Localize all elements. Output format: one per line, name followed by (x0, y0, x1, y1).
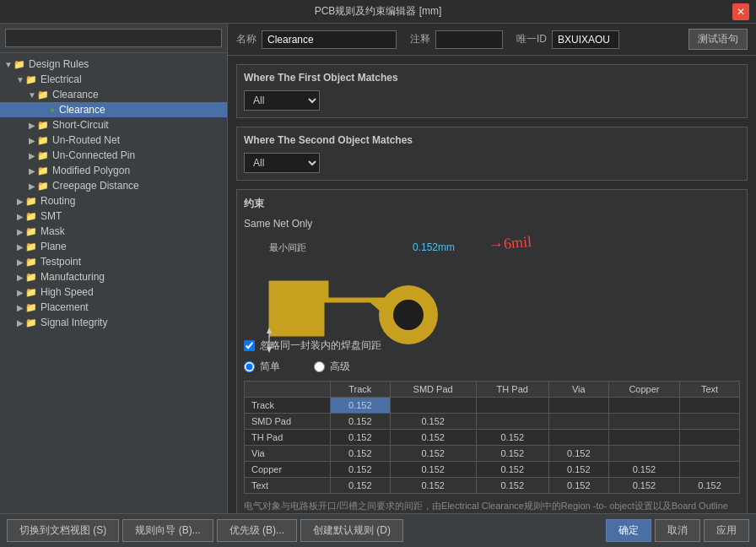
via-shape-svg (375, 281, 442, 349)
tree-item-mask[interactable]: ▶📁Mask (0, 224, 227, 239)
table-cell-0-0: Track (245, 398, 331, 414)
tree-arrow-electrical: ▼ (15, 75, 25, 84)
table-cell-2-4[interactable] (548, 430, 608, 446)
rule-name-input[interactable] (262, 30, 397, 49)
table-cell-5-5[interactable]: 0.152 (608, 478, 679, 494)
tree-arrow-routing: ▶ (15, 197, 25, 206)
clearance-table: TrackSMD PadTH PadViaCopperText Track0.1… (244, 381, 740, 494)
rule-header: 名称 注释 唯一ID 测试语句 (228, 24, 756, 56)
table-cell-2-2[interactable]: 0.152 (390, 430, 476, 446)
tree-item-modified-polygon[interactable]: ▶📁Modified Polygon (0, 163, 227, 178)
tree-item-electrical[interactable]: ▼📁Electrical (0, 72, 227, 87)
table-cell-1-2[interactable]: 0.152 (390, 414, 476, 430)
table-cell-1-5[interactable] (608, 414, 679, 430)
table-row-3: Via0.1520.1520.1520.152 (245, 446, 740, 462)
table-cell-3-0: Via (245, 446, 331, 462)
table-cell-1-6[interactable] (680, 414, 740, 430)
table-cell-4-6[interactable] (680, 462, 740, 478)
title-bar: PCB规则及约束编辑器 [mm] ✕ (0, 0, 756, 24)
table-cell-5-3[interactable]: 0.152 (476, 478, 548, 494)
tree-item-clearance-rule[interactable]: ✦Clearance (0, 102, 227, 117)
table-cell-5-1[interactable]: 0.152 (330, 478, 390, 494)
search-input[interactable] (5, 29, 222, 47)
tree-item-testpoint[interactable]: ▶📁Testpoint (0, 254, 227, 269)
tree-item-design-rules[interactable]: ▼📁Design Rules (0, 57, 227, 72)
table-cell-1-1[interactable]: 0.152 (330, 414, 390, 430)
table-cell-0-4[interactable] (548, 398, 608, 414)
radio-simple[interactable]: 简单 (244, 360, 280, 374)
doc-view-button[interactable]: 切换到文档视图 (S) (7, 519, 119, 542)
table-cell-2-6[interactable] (680, 430, 740, 446)
tree-label-un-routed-net: Un-Routed Net (52, 134, 120, 146)
table-cell-4-3[interactable]: 0.152 (476, 462, 548, 478)
id-input[interactable] (552, 30, 619, 49)
table-cell-3-3[interactable]: 0.152 (476, 446, 548, 462)
cancel-button[interactable]: 取消 (655, 519, 700, 542)
table-cell-3-5[interactable] (608, 446, 679, 462)
table-cell-4-2[interactable]: 0.152 (390, 462, 476, 478)
table-cell-1-4[interactable] (548, 414, 608, 430)
table-cell-3-1[interactable]: 0.152 (330, 446, 390, 462)
table-cell-3-4[interactable]: 0.152 (548, 446, 608, 462)
tree-item-un-routed-net[interactable]: ▶📁Un-Routed Net (0, 133, 227, 148)
tree-item-smt[interactable]: ▶📁SMT (0, 209, 227, 224)
ignore-checkbox[interactable] (244, 340, 255, 351)
table-cell-4-4[interactable]: 0.152 (548, 462, 608, 478)
tree-item-placement[interactable]: ▶📁Placement (0, 300, 227, 315)
tree-item-clearance-group[interactable]: ▼📁Clearance (0, 87, 227, 102)
radio-advanced[interactable]: 高级 (314, 360, 350, 374)
tree-label-creepage-distance: Creepage Distance (52, 180, 139, 192)
comment-input[interactable] (435, 30, 503, 49)
create-default-button[interactable]: 创建默认规则 (D) (300, 519, 403, 542)
name-label: 名称 (236, 32, 256, 46)
test-button[interactable]: 测试语句 (688, 29, 748, 50)
tree-label-clearance-rule: Clearance (59, 104, 105, 116)
tree-arrow-clearance-group: ▼ (27, 90, 37, 100)
table-cell-4-5[interactable]: 0.152 (608, 462, 679, 478)
close-button[interactable]: ✕ (732, 3, 749, 20)
table-cell-0-6[interactable] (680, 398, 740, 414)
table-cell-1-3[interactable] (476, 414, 548, 430)
tree-item-un-connected-pin[interactable]: ▶📁Un-Connected Pin (0, 148, 227, 163)
table-cell-5-2[interactable]: 0.152 (390, 478, 476, 494)
table-cell-5-4[interactable]: 0.152 (548, 478, 608, 494)
rule-wizard-button[interactable]: 规则向导 (B)... (122, 519, 213, 542)
table-cell-0-1[interactable]: 0.152 (330, 398, 390, 414)
table-cell-2-3[interactable]: 0.152 (476, 430, 548, 446)
table-header-4: Via (548, 382, 608, 398)
tree-arrow-placement: ▶ (15, 303, 25, 312)
tree-item-routing[interactable]: ▶📁Routing (0, 193, 227, 209)
tree-arrow-plane: ▶ (15, 242, 25, 252)
second-match-dropdown[interactable]: AllNetNet ClassLayerNet and Layer (244, 153, 320, 173)
folder-icon-modified-polygon: 📁 (37, 165, 49, 176)
folder-icon-high-speed: 📁 (25, 287, 37, 298)
table-cell-2-1[interactable]: 0.152 (330, 430, 390, 446)
tree-item-high-speed[interactable]: ▶📁High Speed (0, 284, 227, 300)
table-cell-4-1[interactable]: 0.152 (330, 462, 390, 478)
tree-arrow-smt: ▶ (15, 212, 25, 221)
right-panel: 名称 注释 唯一ID 测试语句 Where The First Object M… (228, 24, 756, 513)
tree-item-signal-integrity[interactable]: ▶📁Signal Integrity (0, 315, 227, 330)
table-cell-2-5[interactable] (608, 430, 679, 446)
tree-label-clearance-group: Clearance (52, 89, 99, 100)
table-cell-0-3[interactable] (476, 398, 548, 414)
ignore-checkbox-row: 忽略同一封装内的焊盘间距 (244, 338, 381, 353)
table-cell-5-6[interactable]: 0.152 (680, 478, 740, 494)
tree-item-short-circuit[interactable]: ▶📁Short-Circuit (0, 117, 227, 133)
priority-button[interactable]: 优先级 (B)... (217, 519, 297, 542)
table-cell-3-6[interactable] (680, 446, 740, 462)
table-cell-0-5[interactable] (608, 398, 679, 414)
table-cell-1-0: SMD Pad (245, 414, 331, 430)
tree-label-manufacturing: Manufacturing (40, 271, 105, 283)
tree-item-manufacturing[interactable]: ▶📁Manufacturing (0, 269, 227, 284)
table-cell-0-2[interactable] (390, 398, 476, 414)
tree-label-placement: Placement (40, 301, 89, 313)
rule-icon-clearance-rule: ✦ (49, 105, 56, 115)
apply-button[interactable]: 应用 (704, 519, 749, 542)
tree-item-creepage-distance[interactable]: ▶📁Creepage Distance (0, 178, 227, 193)
tree-label-electrical: Electrical (40, 73, 82, 85)
first-match-dropdown[interactable]: AllNetNet ClassLayerNet and Layer (244, 90, 320, 111)
tree-item-plane[interactable]: ▶📁Plane (0, 239, 227, 254)
ok-button[interactable]: 确定 (606, 519, 651, 542)
table-cell-3-2[interactable]: 0.152 (390, 446, 476, 462)
